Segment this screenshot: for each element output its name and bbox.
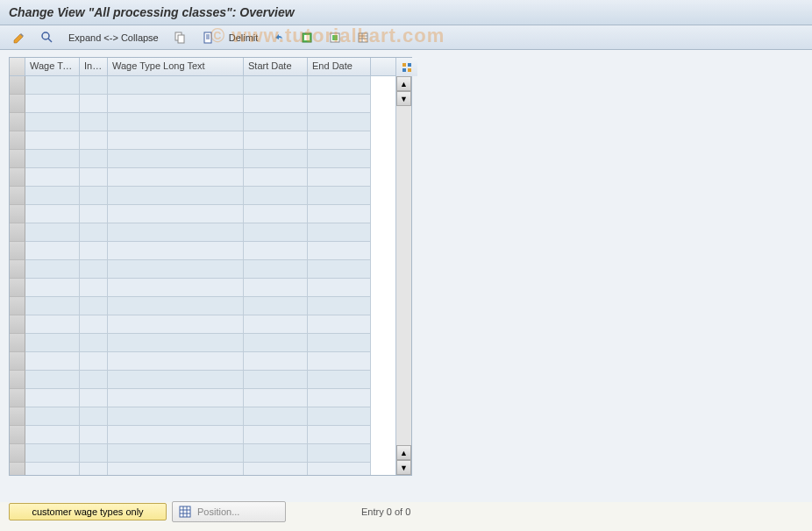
- row-selector[interactable]: [10, 95, 25, 113]
- col-header-end-date[interactable]: End Date: [308, 58, 371, 75]
- cell-wage-type[interactable]: [25, 371, 80, 389]
- cell-long-text[interactable]: [108, 426, 244, 444]
- cell-wage-type[interactable]: [25, 334, 80, 352]
- delimit-button[interactable]: Delimit: [224, 30, 264, 46]
- row-selector[interactable]: [10, 223, 25, 242]
- cell-wage-type[interactable]: [25, 463, 80, 475]
- row-selector-header[interactable]: [10, 58, 25, 75]
- cell-wage-type[interactable]: [25, 205, 80, 223]
- cell-start-date[interactable]: [244, 95, 308, 113]
- config-button[interactable]: [351, 28, 375, 47]
- cell-inf[interactable]: [80, 371, 108, 389]
- cell-long-text[interactable]: [108, 371, 244, 389]
- row-selector[interactable]: [10, 150, 25, 168]
- cell-inf[interactable]: [80, 463, 108, 475]
- cell-inf[interactable]: [80, 279, 108, 297]
- table-row[interactable]: [10, 242, 395, 260]
- row-selector[interactable]: [10, 389, 25, 407]
- cell-start-date[interactable]: [244, 131, 308, 150]
- row-selector[interactable]: [10, 297, 25, 315]
- cell-inf[interactable]: [80, 260, 108, 279]
- table-row[interactable]: [10, 76, 395, 95]
- cell-start-date[interactable]: [244, 150, 308, 168]
- cell-wage-type[interactable]: [25, 168, 80, 187]
- cell-start-date[interactable]: [244, 279, 308, 297]
- cell-wage-type[interactable]: [25, 444, 80, 463]
- table-row[interactable]: [10, 389, 395, 407]
- cell-wage-type[interactable]: [25, 131, 80, 150]
- cell-long-text[interactable]: [108, 389, 244, 407]
- expand-collapse-button[interactable]: Expand <-> Collapse: [63, 30, 164, 46]
- cell-long-text[interactable]: [108, 407, 244, 426]
- cell-inf[interactable]: [80, 242, 108, 260]
- table-settings-button[interactable]: [396, 58, 417, 76]
- table-row[interactable]: [10, 463, 395, 475]
- table-row[interactable]: [10, 407, 395, 426]
- customer-wage-types-button[interactable]: customer wage types only: [9, 503, 167, 520]
- row-selector[interactable]: [10, 187, 25, 205]
- row-selector[interactable]: [10, 260, 25, 279]
- cell-inf[interactable]: [80, 223, 108, 242]
- cell-inf[interactable]: [80, 168, 108, 187]
- row-selector[interactable]: [10, 131, 25, 150]
- cell-long-text[interactable]: [108, 76, 244, 95]
- cell-start-date[interactable]: [244, 113, 308, 131]
- table-row[interactable]: [10, 187, 395, 205]
- cell-wage-type[interactable]: [25, 242, 80, 260]
- cell-start-date[interactable]: [244, 463, 308, 475]
- cell-wage-type[interactable]: [25, 279, 80, 297]
- scroll-up-button[interactable]: ▲: [396, 76, 411, 91]
- toggle-edit-button[interactable]: [7, 28, 32, 47]
- cell-long-text[interactable]: [108, 463, 244, 475]
- col-header-start-date[interactable]: Start Date: [244, 58, 308, 75]
- cell-end-date[interactable]: [308, 168, 371, 187]
- cell-start-date[interactable]: [244, 187, 308, 205]
- table-row[interactable]: [10, 279, 395, 297]
- row-selector[interactable]: [10, 168, 25, 187]
- details-button[interactable]: [35, 28, 60, 47]
- cell-inf[interactable]: [80, 352, 108, 371]
- cell-long-text[interactable]: [108, 334, 244, 352]
- cell-wage-type[interactable]: [25, 315, 80, 334]
- cell-long-text[interactable]: [108, 205, 244, 223]
- cell-inf[interactable]: [80, 131, 108, 150]
- cell-inf[interactable]: [80, 297, 108, 315]
- cell-long-text[interactable]: [108, 168, 244, 187]
- cell-end-date[interactable]: [308, 131, 371, 150]
- cell-start-date[interactable]: [244, 168, 308, 187]
- cell-end-date[interactable]: [308, 205, 371, 223]
- cell-long-text[interactable]: [108, 444, 244, 463]
- row-selector[interactable]: [10, 352, 25, 371]
- cell-wage-type[interactable]: [25, 352, 80, 371]
- cell-end-date[interactable]: [308, 242, 371, 260]
- cell-long-text[interactable]: [108, 113, 244, 131]
- cell-long-text[interactable]: [108, 279, 244, 297]
- cell-long-text[interactable]: [108, 223, 244, 242]
- cell-start-date[interactable]: [244, 407, 308, 426]
- cell-long-text[interactable]: [108, 187, 244, 205]
- row-selector[interactable]: [10, 205, 25, 223]
- cell-inf[interactable]: [80, 150, 108, 168]
- cell-end-date[interactable]: [308, 297, 371, 315]
- cell-start-date[interactable]: [244, 315, 308, 334]
- cell-wage-type[interactable]: [25, 150, 80, 168]
- cell-wage-type[interactable]: [25, 187, 80, 205]
- cell-long-text[interactable]: [108, 297, 244, 315]
- table-row[interactable]: [10, 444, 395, 463]
- new-entries-button[interactable]: [196, 28, 220, 47]
- cell-start-date[interactable]: [244, 76, 308, 95]
- cell-wage-type[interactable]: [25, 389, 80, 407]
- cell-end-date[interactable]: [308, 352, 371, 371]
- table-row[interactable]: [10, 131, 395, 150]
- cell-inf[interactable]: [80, 389, 108, 407]
- cell-wage-type[interactable]: [25, 95, 80, 113]
- table-row[interactable]: [10, 260, 395, 279]
- table-row[interactable]: [10, 113, 395, 131]
- cell-end-date[interactable]: [308, 187, 371, 205]
- cell-end-date[interactable]: [308, 113, 371, 131]
- table-row[interactable]: [10, 223, 395, 242]
- row-selector[interactable]: [10, 407, 25, 426]
- cell-end-date[interactable]: [308, 426, 371, 444]
- cell-end-date[interactable]: [308, 223, 371, 242]
- table-row[interactable]: [10, 334, 395, 352]
